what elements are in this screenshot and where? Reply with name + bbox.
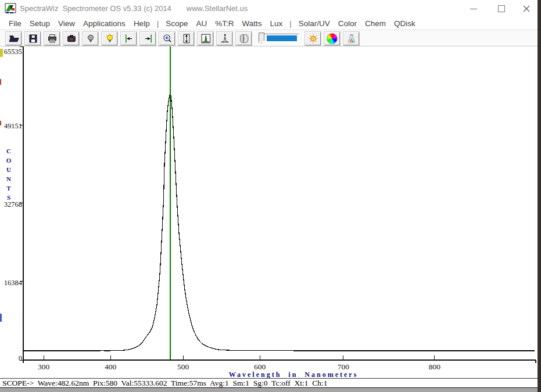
save-floppy-icon xyxy=(27,33,40,44)
menu-item-setup[interactable]: Setup xyxy=(26,19,54,28)
y-axis-title-letter: O xyxy=(6,156,12,165)
edge-artifact xyxy=(0,49,3,57)
window-bottom-edge xyxy=(0,387,538,392)
menu-item-color[interactable]: Color xyxy=(334,19,361,28)
window-title-url: www.StellarNet.us xyxy=(187,4,248,13)
cursor-left-icon xyxy=(123,33,135,44)
snapshot-button[interactable] xyxy=(63,32,79,45)
detector-dial-icon xyxy=(238,33,250,44)
cursor-left-button[interactable] xyxy=(121,32,137,45)
menu-item-scope[interactable]: Scope xyxy=(162,19,192,28)
y-axis-title-letter: C xyxy=(6,146,11,156)
y-axis-title-letter: N xyxy=(6,174,11,184)
peak-scale-up-button[interactable] xyxy=(217,32,232,45)
menu-bar: FileSetupViewApplicationsHelp|ScopeAU%T:… xyxy=(0,17,538,30)
y-axis-title: COUNTS xyxy=(4,146,13,202)
x-axis-tick-label: 600 xyxy=(254,362,266,371)
menu-item-lux[interactable]: Lux xyxy=(266,19,286,28)
menu-separator: | xyxy=(154,19,162,28)
minimize-icon xyxy=(470,9,477,9)
lamp-off-icon xyxy=(84,33,97,44)
open-file-button[interactable] xyxy=(6,32,22,45)
status-bar: SCOPE-> Wave:482.62nm Pix:580 Val:55333.… xyxy=(0,378,538,387)
cursor-right-button[interactable] xyxy=(140,32,156,45)
edge-artifact xyxy=(0,79,1,85)
camera-icon xyxy=(65,33,78,44)
print-button[interactable] xyxy=(44,32,60,45)
y-axis-tick-label: 0 xyxy=(19,354,22,362)
close-icon xyxy=(523,5,530,12)
open-folder-icon xyxy=(8,33,20,44)
spectrum-curve xyxy=(23,92,535,351)
color-wheel-icon xyxy=(327,33,338,44)
slider-track[interactable] xyxy=(259,34,299,43)
x-axis-tick-label: 400 xyxy=(105,362,117,371)
save-button[interactable] xyxy=(25,32,41,45)
autoscale-y-icon xyxy=(180,33,193,44)
menu-item-solar-uv[interactable]: Solar/UV xyxy=(295,19,334,28)
autoscale-y-button[interactable] xyxy=(178,32,194,45)
y-axis-tick-label: 49151 xyxy=(4,122,22,130)
menu-item-chem[interactable]: Chem xyxy=(361,19,390,28)
spectrum-peak-icon xyxy=(199,33,212,44)
zoom-magnifier-icon xyxy=(161,33,174,44)
edge-artifact xyxy=(0,121,1,125)
menu-separator: | xyxy=(286,19,295,28)
maximize-button[interactable] xyxy=(489,0,514,17)
cursor-right-icon xyxy=(142,33,155,44)
status-text: SCOPE-> Wave:482.62nm Pix:580 Val:55333.… xyxy=(0,379,327,388)
window-right-edge xyxy=(538,0,541,392)
app-icon xyxy=(5,3,16,15)
solar-button[interactable] xyxy=(305,32,321,45)
menu-item-file[interactable]: File xyxy=(5,19,26,28)
lamp-on-icon xyxy=(103,33,116,44)
scope-spectrum-button[interactable] xyxy=(198,32,213,45)
y-axis-tick-label: 16384 xyxy=(4,279,23,287)
menu-item-view[interactable]: View xyxy=(54,19,79,28)
menu-item-au[interactable]: AU xyxy=(192,19,211,28)
edge-artifact xyxy=(0,314,2,322)
maximize-icon xyxy=(498,5,505,12)
color-wheel-button[interactable] xyxy=(324,32,340,45)
window-title: SpectraWiz Spectrometer OS v5.33 (c) 201… xyxy=(20,4,248,13)
detector-dial-button[interactable] xyxy=(236,32,252,45)
spectrawiz-window: { "window": { "title_app": "SpectraWiz S… xyxy=(0,0,541,392)
lamp-off-button[interactable] xyxy=(83,32,98,45)
toolbar xyxy=(0,31,538,46)
printer-icon xyxy=(46,33,59,44)
chem-beaker-icon xyxy=(345,33,358,44)
close-button[interactable] xyxy=(514,0,539,17)
y-axis-title-letter: U xyxy=(6,165,11,174)
title-bar: SpectraWiz Spectrometer OS v5.33 (c) 201… xyxy=(0,0,538,17)
menu-item-watts[interactable]: Watts xyxy=(238,19,266,28)
peak-scale-up-icon xyxy=(218,33,231,44)
menu-item-applications[interactable]: Applications xyxy=(79,19,130,28)
slider-fill xyxy=(267,35,297,41)
integration-time-slider[interactable] xyxy=(257,32,300,45)
menu-item--t-r[interactable]: %T:R xyxy=(211,19,238,28)
x-axis-tick-label: 500 xyxy=(177,362,189,371)
minimize-button[interactable] xyxy=(461,0,486,17)
zoom-button[interactable] xyxy=(159,32,175,45)
x-axis-tick-label: 700 xyxy=(338,362,350,371)
x-axis-tick-label: 300 xyxy=(38,362,50,371)
y-axis-title-letter: T xyxy=(6,184,10,193)
sun-icon xyxy=(307,33,320,44)
menu-item-qdisk[interactable]: QDisk xyxy=(390,19,420,28)
spectrum-chart: 300400500600700800016384327684915165535 xyxy=(0,0,538,392)
x-axis-tick-label: 800 xyxy=(429,362,441,371)
y-axis-tick-label: 65535 xyxy=(4,48,22,56)
menu-item-help[interactable]: Help xyxy=(130,19,154,28)
lamp-on-button[interactable] xyxy=(102,32,117,45)
y-axis-title-letter: S xyxy=(7,193,10,202)
chem-sample-button[interactable] xyxy=(343,32,359,45)
